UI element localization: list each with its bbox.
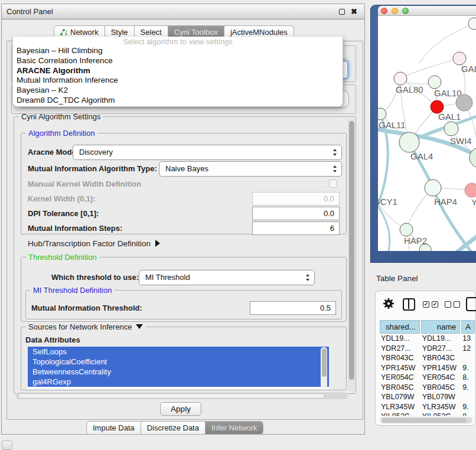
bottom-tab-infer-network[interactable]: Infer Network (206, 421, 263, 435)
dpi-tolerance-field[interactable]: 0.0 (252, 207, 340, 220)
tab-network-label: Network (70, 28, 99, 37)
which-threshold-combobox[interactable]: MI Threshold (139, 270, 315, 285)
column-header-name[interactable]: name (421, 320, 461, 334)
control-panel-titlebar[interactable]: Control Panel ✖ (2, 4, 364, 19)
table-cell[interactable]: YDL19... (380, 334, 420, 344)
node-label-gal80: GAL80 (396, 84, 423, 94)
dropdown-prompt: Select algorithm to view settings (13, 37, 343, 46)
table-cell[interactable]: YBR043C (380, 353, 420, 363)
table-cell[interactable]: 13 (461, 334, 475, 344)
split-columns-icon[interactable] (403, 298, 415, 311)
bottom-tab-infer-network-label: Infer Network (211, 423, 257, 432)
table-cell[interactable]: YDR27... (380, 344, 420, 354)
column-header-a[interactable]: A (461, 320, 475, 334)
algorithm-option-dream8-dc-tdc-algorithm[interactable]: Dream8 DC_TDC Algorithm (13, 96, 343, 106)
select-all-icon[interactable]: ✓ ✓ (423, 301, 438, 308)
table-cell[interactable]: YER054C (380, 373, 420, 383)
table-cell[interactable]: YLR345W (380, 402, 420, 412)
mi-type-combobox[interactable]: Naive Bayes (159, 161, 342, 177)
table-cell[interactable]: YBR045C (421, 383, 461, 393)
bottom-tab-impute-data[interactable]: Impute Data (86, 421, 141, 435)
network-node-gal80[interactable] (394, 72, 407, 85)
attribute-item-betweennesscentrality[interactable]: BetweennessCentrality (28, 367, 329, 377)
table-cell[interactable]: YDR27... (421, 344, 461, 354)
table-cell[interactable]: 9. (461, 363, 475, 373)
minimize-traffic-light[interactable] (392, 8, 398, 14)
table-hscrollbar-thumb[interactable] (382, 418, 467, 423)
column-header-shared[interactable]: shared... (380, 320, 420, 334)
table-horizontal-scrollbar[interactable] (380, 417, 472, 423)
table-cell[interactable]: YPR145W (380, 363, 420, 373)
manual-kernel-checkbox[interactable] (329, 180, 337, 188)
table-row[interactable]: YER054CYER054C8. (380, 373, 475, 383)
network-node-y[interactable] (465, 183, 476, 197)
settings-vertical-scrollbar[interactable] (348, 119, 355, 392)
table-cell[interactable]: YIL052C (421, 412, 461, 416)
network-node-gal10[interactable] (428, 76, 441, 89)
mi-steps-field[interactable]: 6 (252, 221, 340, 235)
attribute-item-topologicalcoefficient[interactable]: TopologicalCoefficient (28, 357, 329, 367)
node-label-gal1: GAL1 (438, 112, 461, 122)
sources-title[interactable]: Sources for Network Inference (26, 322, 145, 331)
table-cell[interactable]: 12 (461, 344, 475, 354)
table-cell[interactable]: 8. (461, 412, 475, 416)
float-window-icon[interactable] (339, 9, 345, 15)
table-cell[interactable]: 8. (461, 373, 475, 383)
table-row[interactable]: YBR045CYBR045C9. (380, 383, 475, 393)
network-node-gal[interactable] (453, 52, 466, 65)
algorithm-option-mutual-information-inference[interactable]: Mutual Information Inference (13, 76, 343, 86)
table-cell[interactable]: YPR145W (421, 363, 461, 373)
zoom-traffic-light[interactable] (402, 8, 409, 14)
bottom-tab-discretize-data[interactable]: Discretize Data (141, 421, 206, 435)
close-icon[interactable]: ✖ (351, 6, 357, 17)
table-row[interactable]: YDR27...YDR27...12 (380, 344, 475, 354)
kernel-width-field[interactable]: 0.0 (252, 192, 340, 206)
table-row[interactable]: YBR043CYBR043C (380, 353, 475, 363)
apply-button[interactable]: Apply (160, 402, 201, 416)
table-cell[interactable]: 9. (461, 402, 475, 412)
algorithm-option-aracne-algorithm[interactable]: ARACNE Algorithm (13, 66, 343, 76)
data-attributes-list[interactable]: SelfLoopsTopologicalCoefficientBetweenne… (28, 347, 329, 389)
table-icon[interactable] (466, 297, 476, 311)
algorithm-option-basic-correlation-inference[interactable]: Basic Correlation Inference (13, 56, 343, 66)
network-node-gal1[interactable] (444, 122, 458, 136)
network-node-gal4[interactable] (399, 132, 419, 152)
settings-hscrollbar-thumb[interactable] (18, 393, 325, 399)
table-cell[interactable]: YBL079W (421, 392, 461, 402)
attributes-scrollbar[interactable] (321, 347, 327, 389)
table-row[interactable]: YDL19...YDL19...13 (380, 334, 475, 344)
minimized-panel-icon[interactable] (2, 441, 12, 450)
settings-scrollbar-thumb[interactable] (349, 121, 354, 380)
deselect-all-icon[interactable] (445, 301, 460, 308)
table-cell[interactable] (461, 392, 475, 402)
table-cell[interactable]: YER054C (421, 373, 461, 383)
network-node-hap2[interactable] (400, 223, 413, 236)
table-cell[interactable]: YBR043C (421, 353, 461, 363)
network-node[interactable] (468, 18, 476, 30)
table-cell[interactable]: YBL079W (380, 392, 420, 402)
network-node-hap4[interactable] (425, 180, 441, 196)
network-canvas[interactable]: GALGAL80GAL10GAL11GAL1SWI4GAL4GCY1HAP4YH… (378, 16, 476, 251)
table-cell[interactable] (461, 353, 475, 363)
table-cell[interactable]: 9. (461, 383, 475, 393)
hub-definition-expander[interactable]: Hub/Transcription Factor Definition (28, 239, 160, 248)
table-cell[interactable]: YIL052C (380, 412, 420, 416)
aracne-mode-combobox[interactable]: Discovery (73, 145, 342, 160)
table-row[interactable]: YIL052CYIL052C8. (380, 412, 475, 416)
attribute-item-selfloops[interactable]: SelfLoops (28, 347, 329, 357)
table-row[interactable]: YBL079WYBL079W (380, 392, 475, 402)
table-row[interactable]: YPR145WYPR145W9. (380, 363, 475, 373)
network-node[interactable] (456, 94, 472, 111)
table-cell[interactable]: YDL19... (421, 334, 461, 344)
settings-horizontal-scrollbar[interactable] (16, 392, 348, 399)
table-cell[interactable]: YLR345W (421, 402, 461, 412)
attribute-item-gal4rgexp[interactable]: gal4RGexp (28, 377, 329, 387)
mi-threshold-field[interactable]: 0.5 (250, 301, 336, 315)
gear-icon[interactable] (383, 298, 395, 309)
close-traffic-light[interactable] (381, 8, 387, 14)
table-cell[interactable]: YBR045C (380, 383, 420, 393)
algorithm-option-bayesian-k2[interactable]: Bayesian – K2 (13, 86, 343, 96)
table-row[interactable]: YLR345WYLR345W9. (380, 402, 475, 412)
algorithm-option-bayesian-hill-climbing[interactable]: Bayesian – Hill Climbing (13, 46, 343, 56)
attributes-scrollbar-thumb[interactable] (322, 348, 327, 377)
